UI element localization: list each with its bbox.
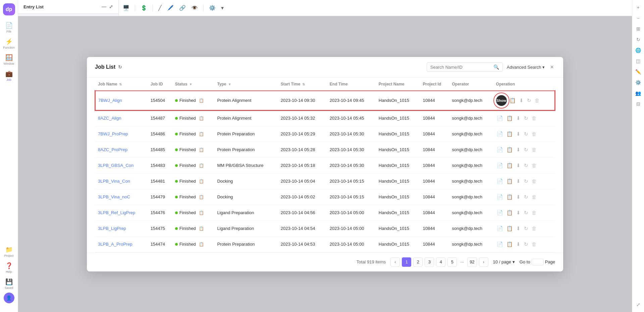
- sort-icon-start-time[interactable]: ⇅: [302, 82, 305, 86]
- download-op-icon-6[interactable]: ⬇: [516, 193, 521, 201]
- copy-icon-8[interactable]: 📋: [199, 226, 204, 231]
- delete-op-icon-0[interactable]: 🗑: [534, 97, 540, 104]
- copy-icon-6[interactable]: 📋: [199, 195, 204, 199]
- sidebar-item-saved[interactable]: 💾 Saved: [2, 276, 16, 291]
- entry-panel-minimize[interactable]: —: [102, 4, 106, 9]
- copy-op-icon-5[interactable]: 📋: [506, 178, 514, 185]
- show-op-icon-5[interactable]: 📄: [496, 178, 504, 185]
- download-op-icon-8[interactable]: ⬇: [516, 225, 521, 232]
- dialog-close-button[interactable]: ×: [549, 62, 555, 72]
- job-name-link-3[interactable]: 8AZC_ProPrep: [98, 147, 127, 152]
- copy-op-icon-7[interactable]: 📋: [506, 209, 514, 216]
- sidebar-item-job[interactable]: 💼 Job: [2, 68, 16, 83]
- refresh-op-icon-6[interactable]: ↻: [523, 193, 529, 201]
- right-sidebar-table[interactable]: ⊟: [634, 99, 643, 109]
- download-op-icon-2[interactable]: ⬇: [516, 130, 521, 138]
- search-input[interactable]: [430, 65, 491, 70]
- toolbar-icon-12[interactable]: ╱: [157, 3, 163, 12]
- pagination-prev[interactable]: ‹: [390, 257, 400, 267]
- copy-op-icon-4[interactable]: 📋: [506, 162, 514, 169]
- job-name-link-8[interactable]: 3LPB_LigPrep: [98, 226, 126, 231]
- right-sidebar-fit[interactable]: ⊞: [634, 24, 643, 34]
- refresh-op-icon-8[interactable]: ↻: [523, 225, 529, 232]
- copy-icon-7[interactable]: 📋: [199, 210, 204, 215]
- copy-op-icon-1[interactable]: 📋: [506, 115, 514, 122]
- right-sidebar-globe[interactable]: 🌐: [634, 46, 643, 55]
- download-op-icon-0[interactable]: ⬇: [519, 97, 524, 104]
- toolbar-icon-16[interactable]: ⚙️: [208, 3, 217, 12]
- delete-op-icon-5[interactable]: 🗑: [531, 178, 537, 185]
- pagination-page-2[interactable]: 2: [413, 257, 423, 267]
- refresh-op-icon-5[interactable]: ↻: [523, 178, 529, 185]
- download-op-icon-9[interactable]: ⬇: [516, 241, 521, 248]
- show-op-icon-4[interactable]: 📄: [496, 162, 504, 169]
- refresh-op-icon-4[interactable]: ↻: [523, 162, 529, 169]
- right-sidebar-layers[interactable]: ◫: [634, 56, 643, 66]
- right-sidebar-settings[interactable]: ⚙️: [634, 78, 643, 87]
- delete-op-icon-7[interactable]: 🗑: [531, 209, 537, 216]
- toolbar-icon-11[interactable]: 💲: [139, 3, 149, 12]
- job-name-link-7[interactable]: 3LPB_Ref_LigPrep: [98, 210, 135, 215]
- pagination-page-3[interactable]: 3: [425, 257, 434, 267]
- toolbar-icon-13[interactable]: 🖊️: [166, 3, 175, 12]
- pagination-page-1[interactable]: 1: [402, 257, 411, 267]
- show-op-icon-7[interactable]: 📄: [496, 209, 504, 216]
- job-name-link-0[interactable]: 7BWJ_Align: [98, 98, 122, 103]
- sidebar-item-window[interactable]: 🪟 Window: [2, 52, 16, 67]
- job-name-link-5[interactable]: 3LPB_Vina_Con: [98, 179, 130, 184]
- pagination-page-4[interactable]: 4: [436, 257, 445, 267]
- sidebar-item-project[interactable]: 📁 Project: [2, 244, 16, 259]
- toolbar-icon-17[interactable]: ▾: [220, 3, 225, 12]
- copy-icon-4[interactable]: 📋: [199, 163, 204, 168]
- sidebar-item-function[interactable]: ⚡ Function: [2, 36, 16, 51]
- copy-icon-2[interactable]: 📋: [199, 132, 204, 136]
- download-op-icon-3[interactable]: ⬇: [516, 146, 521, 153]
- refresh-op-icon-2[interactable]: ↻: [523, 130, 529, 138]
- show-button-0[interactable]: Show: [496, 95, 507, 106]
- copy-icon-9[interactable]: 📋: [199, 242, 204, 247]
- search-box[interactable]: 🔍: [427, 62, 503, 72]
- delete-op-icon-6[interactable]: 🗑: [531, 193, 537, 200]
- delete-op-icon-9[interactable]: 🗑: [531, 241, 537, 248]
- toolbar-icon-14[interactable]: 🔗: [178, 3, 187, 12]
- right-sidebar-expand[interactable]: ⤢: [634, 300, 643, 309]
- copy-op-icon-6[interactable]: 📋: [506, 193, 514, 201]
- download-op-icon-1[interactable]: ⬇: [516, 115, 521, 122]
- refresh-op-icon-0[interactable]: ↻: [526, 97, 532, 104]
- right-sidebar-zoom-in[interactable]: +: [634, 3, 643, 12]
- entry-panel-expand[interactable]: ⤢: [109, 4, 113, 9]
- refresh-op-icon-7[interactable]: ↻: [523, 209, 529, 216]
- show-op-icon-9[interactable]: 📄: [496, 241, 504, 248]
- copy-icon-3[interactable]: 📋: [199, 147, 204, 152]
- show-op-icon-8[interactable]: 📄: [496, 225, 504, 232]
- refresh-op-icon-9[interactable]: ↻: [523, 241, 529, 248]
- show-op-icon-1[interactable]: 📄: [496, 115, 504, 122]
- copy-op-icon-2[interactable]: 📋: [506, 130, 514, 138]
- copy-op-icon-8[interactable]: 📋: [506, 225, 514, 232]
- delete-op-icon-2[interactable]: 🗑: [531, 130, 537, 137]
- copy-op-icon-0[interactable]: 📋: [509, 97, 517, 104]
- advanced-search-button[interactable]: Advanced Search ▾: [507, 65, 545, 70]
- refresh-op-icon-1[interactable]: ↻: [523, 115, 529, 122]
- right-sidebar-rotate[interactable]: ↻: [634, 35, 643, 44]
- copy-icon-0[interactable]: 📋: [199, 98, 204, 103]
- show-op-icon-6[interactable]: 📄: [496, 193, 504, 201]
- copy-op-icon-3[interactable]: 📋: [506, 146, 514, 153]
- toolbar-icon-10[interactable]: 🖥️: [121, 3, 131, 12]
- download-op-icon-4[interactable]: ⬇: [516, 162, 521, 169]
- goto-input[interactable]: [532, 259, 544, 265]
- sidebar-item-help[interactable]: ❓ Help: [2, 260, 16, 275]
- page-size-arrow[interactable]: ▾: [513, 259, 515, 264]
- sort-icon-job-name[interactable]: ⇅: [119, 82, 122, 86]
- right-sidebar-pencil[interactable]: ✏️: [634, 67, 643, 76]
- job-name-link-9[interactable]: 3LPB_A_ProPrep: [98, 242, 132, 247]
- pagination-next[interactable]: ›: [479, 257, 488, 267]
- job-name-link-6[interactable]: 3LPB_Vina_noC: [98, 194, 130, 199]
- copy-op-icon-9[interactable]: 📋: [506, 241, 514, 248]
- job-name-link-1[interactable]: 8AZC_Align: [98, 116, 121, 121]
- download-op-icon-7[interactable]: ⬇: [516, 209, 521, 216]
- delete-op-icon-4[interactable]: 🗑: [531, 162, 537, 169]
- delete-op-icon-8[interactable]: 🗑: [531, 225, 537, 232]
- right-sidebar-users[interactable]: 👥: [634, 88, 643, 98]
- right-sidebar-zoom-out[interactable]: −: [634, 13, 643, 23]
